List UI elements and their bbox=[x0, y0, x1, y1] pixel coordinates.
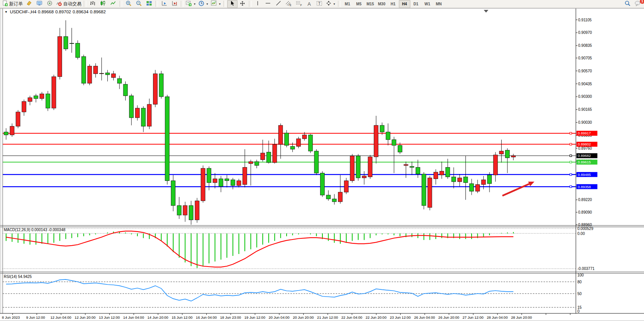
chart-canvas[interactable]: 0.911050.909700.908350.907050.905700.904… bbox=[0, 8, 644, 321]
svg-text:15: 15 bbox=[577, 305, 582, 310]
candlestick-chart-button[interactable] bbox=[98, 0, 108, 8]
indicators-button[interactable]: ▼ bbox=[210, 0, 222, 8]
auto-scroll-button[interactable] bbox=[159, 0, 169, 8]
text-label-icon: T bbox=[316, 0, 323, 8]
svg-text:0.89485: 0.89485 bbox=[578, 172, 591, 177]
svg-text:T: T bbox=[318, 2, 320, 6]
trendline-tool-button[interactable] bbox=[273, 0, 284, 8]
timeframe-h1-button[interactable]: H1 bbox=[387, 0, 399, 8]
chevron-down-icon: ▼ bbox=[206, 3, 209, 5]
svg-text:15 Jun 12:00: 15 Jun 12:00 bbox=[172, 315, 193, 319]
svg-text:22 Jun 04:00: 22 Jun 04:00 bbox=[341, 315, 362, 319]
autotrading-icon bbox=[56, 0, 62, 7]
toolbar: 新订单 自动交易 bbox=[0, 0, 644, 8]
signals-button[interactable] bbox=[45, 0, 55, 8]
chevron-down-icon: ▼ bbox=[333, 3, 336, 5]
svg-text:0.91105: 0.91105 bbox=[578, 18, 592, 22]
macd-indicator-label: MACD(12,26,9) 0.000143 -0.000348 bbox=[4, 228, 65, 232]
zoom-in-button[interactable] bbox=[123, 0, 134, 8]
line-chart-button[interactable] bbox=[108, 0, 118, 8]
equidistant-channel-icon: E bbox=[285, 0, 292, 8]
svg-text:0.90300: 0.90300 bbox=[578, 94, 592, 99]
text-tool-button[interactable]: A bbox=[304, 0, 314, 8]
chevron-down-icon: ▼ bbox=[218, 3, 221, 5]
chart-shift-icon bbox=[172, 0, 178, 7]
svg-text:22 Jun 20:00: 22 Jun 20:00 bbox=[366, 315, 387, 319]
notifications-button[interactable]: 1 bbox=[633, 0, 643, 8]
bar-chart-icon bbox=[90, 0, 96, 7]
timeframe-m15-button[interactable]: M15 bbox=[365, 0, 376, 8]
timeframe-d1-button[interactable]: D1 bbox=[410, 0, 422, 8]
svg-text:19 Jun 12:00: 19 Jun 12:00 bbox=[244, 315, 265, 319]
svg-text:23 Jun 12:00: 23 Jun 12:00 bbox=[390, 315, 411, 319]
svg-text:28 Jun 20:00: 28 Jun 20:00 bbox=[511, 315, 532, 319]
timeframe-mn-button[interactable]: MN bbox=[433, 0, 445, 8]
chart-title: ▼USDCHF-,H40.896680.897020.896340.89682 bbox=[5, 10, 106, 14]
zoom-out-button[interactable] bbox=[134, 0, 144, 8]
svg-text:13 Jun 12:00: 13 Jun 12:00 bbox=[99, 315, 120, 319]
svg-text:0: 0 bbox=[577, 309, 580, 313]
svg-text:-0.003771: -0.003771 bbox=[577, 267, 595, 271]
svg-text:0.89760: 0.89760 bbox=[578, 146, 592, 150]
tile-windows-icon bbox=[146, 0, 152, 7]
cursor-tool-button[interactable] bbox=[227, 0, 238, 8]
svg-text:50: 50 bbox=[577, 292, 582, 296]
styler-button[interactable] bbox=[24, 0, 34, 8]
fibonacci-tool-button[interactable]: F bbox=[294, 0, 304, 8]
search-icon bbox=[625, 0, 631, 8]
timeframe-w1-button[interactable]: W1 bbox=[422, 0, 433, 8]
vertical-line-icon bbox=[255, 0, 260, 7]
svg-text:18 Jun 23:00: 18 Jun 23:00 bbox=[220, 315, 241, 319]
fibonacci-icon: F bbox=[296, 0, 302, 8]
timeframe-h4-button[interactable]: H4 bbox=[399, 0, 410, 8]
svg-text:0.90165: 0.90165 bbox=[578, 107, 592, 112]
new-chart-button[interactable]: ▼ bbox=[185, 0, 197, 8]
svg-text:12 Jun 04:00: 12 Jun 04:00 bbox=[50, 315, 71, 319]
svg-text:0.89615: 0.89615 bbox=[578, 160, 591, 164]
ohlc-open: 0.89668 bbox=[38, 10, 54, 14]
svg-text:0.89917: 0.89917 bbox=[578, 131, 591, 135]
symbol-dropdown-icon[interactable]: ▼ bbox=[5, 10, 8, 14]
svg-text:12 Jun 20:00: 12 Jun 20:00 bbox=[75, 315, 96, 319]
text-label-tool-button[interactable]: T bbox=[314, 0, 325, 8]
autotrading-label: 自动交易 bbox=[63, 1, 81, 7]
toolbar-separator bbox=[249, 1, 252, 7]
toolbar-separator bbox=[181, 1, 183, 7]
svg-text:8 Jun 2023: 8 Jun 2023 bbox=[2, 315, 20, 319]
terminal-button[interactable] bbox=[34, 0, 45, 8]
new-chart-icon bbox=[186, 0, 192, 7]
search-button[interactable] bbox=[622, 0, 633, 8]
channel-tool-button[interactable]: E bbox=[284, 0, 294, 8]
svg-text:26 Jun 20:00: 26 Jun 20:00 bbox=[438, 315, 459, 319]
toolbar-separator bbox=[120, 1, 122, 7]
ohlc-low: 0.89634 bbox=[73, 10, 89, 14]
svg-text:20 Jun 04:00: 20 Jun 04:00 bbox=[269, 315, 290, 319]
toolbar-separator bbox=[84, 1, 86, 7]
autotrading-button[interactable]: 自动交易 bbox=[55, 0, 83, 8]
svg-text:0.89682: 0.89682 bbox=[578, 153, 591, 158]
timeframe-m5-button[interactable]: M5 bbox=[353, 0, 365, 8]
profiles-button[interactable]: ▼ bbox=[197, 0, 210, 8]
crosshair-tool-button[interactable] bbox=[238, 0, 248, 8]
text-tool-icon: A bbox=[308, 2, 311, 6]
cursor-icon bbox=[230, 0, 235, 7]
chart-window: 0.911050.909700.908350.907050.905700.904… bbox=[0, 8, 644, 321]
line-chart-icon bbox=[110, 0, 116, 7]
tile-windows-button[interactable] bbox=[144, 0, 154, 8]
bar-chart-button[interactable] bbox=[88, 0, 98, 8]
timeframe-m1-button[interactable]: M1 bbox=[342, 0, 353, 8]
chart-shift-button[interactable] bbox=[169, 0, 180, 8]
indicators-icon bbox=[211, 0, 217, 7]
new-order-button[interactable]: 新订单 bbox=[1, 0, 24, 8]
arrows-tool-button[interactable]: ▼ bbox=[325, 0, 337, 8]
timeframe-m30-button[interactable]: M30 bbox=[376, 0, 387, 8]
vertical-line-tool-button[interactable] bbox=[253, 0, 263, 8]
svg-text:0.90570: 0.90570 bbox=[578, 69, 592, 73]
svg-text:0.000529: 0.000529 bbox=[577, 227, 593, 231]
chevron-down-icon: ▼ bbox=[193, 3, 196, 5]
svg-text:27 Jun 12:00: 27 Jun 12:00 bbox=[462, 315, 483, 319]
ohlc-high: 0.89702 bbox=[55, 10, 71, 14]
horizontal-line-tool-button[interactable] bbox=[263, 0, 273, 8]
new-order-label: 新订单 bbox=[9, 1, 23, 7]
rsi-indicator-label: RSI(14) 54.9425 bbox=[4, 275, 32, 279]
